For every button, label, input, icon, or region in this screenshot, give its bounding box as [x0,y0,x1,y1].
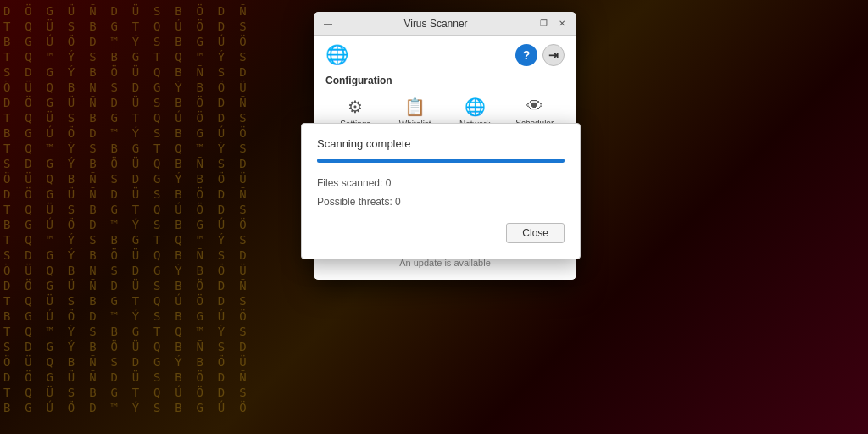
close-window-button[interactable]: ✕ [556,18,568,30]
network-icon: 🌐 [465,97,486,117]
header-actions: ? ⇥ [515,44,565,66]
scan-complete-dialog: Scanning complete Files scanned: 0 Possi… [301,123,581,259]
window-title: Virus Scanner [334,18,537,30]
title-bar-right: ❐ ✕ [537,18,568,30]
help-button[interactable]: ? [515,44,537,66]
settings-icon: ⚙ [348,97,363,117]
app-header: 🌐 ? ⇥ [326,44,565,66]
dialog-info: Files scanned: 0 Possible threats: 0 [317,175,565,211]
restore-button[interactable]: ❐ [537,18,549,30]
minimize-button[interactable]: — [322,18,334,30]
scheduler-icon: 👁 [526,97,543,116]
threats-row: Possible threats: 0 [317,193,565,212]
threats-label: Possible threats: [317,196,392,208]
title-bar-left: — [322,18,334,30]
configuration-section-label: Configuration [326,75,565,86]
files-scanned-row: Files scanned: 0 [317,175,565,193]
exit-button[interactable]: ⇥ [542,44,565,66]
files-scanned-label: Files scanned: [317,177,382,189]
dialog-close-button[interactable]: Close [506,223,565,243]
whitelist-icon: 📋 [404,97,426,117]
threats-number: 0 [395,196,401,208]
progress-bar-background [317,159,565,163]
dialog-footer: Close [317,223,565,243]
title-bar: — Virus Scanner ❐ ✕ [314,12,576,36]
app-logo-icon: 🌐 [326,44,348,66]
dialog-title: Scanning complete [317,137,565,150]
files-scanned-number: 0 [386,177,392,189]
progress-bar-fill [317,159,565,163]
